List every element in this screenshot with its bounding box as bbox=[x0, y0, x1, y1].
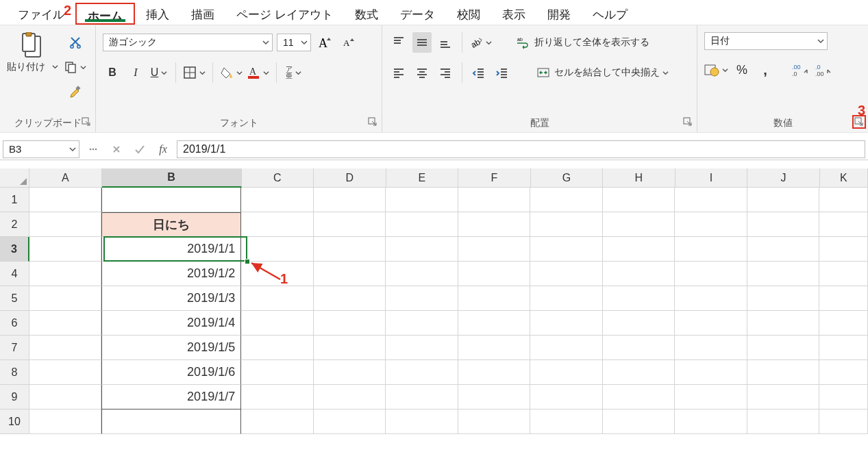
name-box[interactable]: B3 bbox=[3, 140, 79, 158]
cell-D6[interactable] bbox=[314, 311, 386, 336]
cell-J6[interactable] bbox=[747, 311, 820, 336]
cell-I2[interactable] bbox=[675, 212, 747, 237]
cell-C8[interactable] bbox=[241, 360, 314, 385]
cell-E4[interactable] bbox=[386, 262, 458, 286]
col-header-G[interactable]: G bbox=[531, 168, 604, 188]
formula-input[interactable]: 2019/1/1 bbox=[177, 140, 865, 158]
cell-B10[interactable] bbox=[101, 409, 241, 434]
cell-K3[interactable] bbox=[819, 237, 868, 262]
cell-J2[interactable] bbox=[747, 212, 820, 237]
cell-A6[interactable] bbox=[29, 311, 102, 336]
phonetic-button[interactable]: ア 亜 bbox=[284, 62, 303, 83]
cell-H5[interactable] bbox=[603, 286, 675, 311]
cell-I3[interactable] bbox=[675, 237, 747, 262]
cell-K8[interactable] bbox=[819, 360, 868, 385]
menu-描画[interactable]: 描画 bbox=[180, 3, 225, 25]
cell-C6[interactable] bbox=[241, 311, 314, 336]
cell-A1[interactable] bbox=[29, 188, 102, 212]
cell-A7[interactable] bbox=[29, 336, 102, 360]
col-header-E[interactable]: E bbox=[386, 168, 459, 188]
enter-formula-button[interactable] bbox=[130, 140, 149, 158]
cell-D1[interactable] bbox=[314, 188, 386, 212]
cell-J10[interactable] bbox=[747, 409, 820, 434]
col-header-C[interactable]: C bbox=[242, 168, 314, 188]
accounting-format-button[interactable] bbox=[704, 60, 728, 80]
font-name-combo[interactable]: 游ゴシック bbox=[103, 34, 273, 51]
cell-H4[interactable] bbox=[603, 262, 675, 286]
cell-I4[interactable] bbox=[675, 262, 747, 286]
cell-J5[interactable] bbox=[747, 286, 820, 311]
col-header-H[interactable]: H bbox=[603, 168, 675, 188]
cell-C10[interactable] bbox=[241, 409, 314, 434]
cell-I9[interactable] bbox=[675, 385, 747, 409]
number-format-combo[interactable]: 日付 bbox=[704, 32, 828, 50]
cell-K4[interactable] bbox=[819, 262, 868, 286]
row-header-9[interactable]: 9 bbox=[0, 385, 29, 409]
cell-C7[interactable] bbox=[241, 336, 314, 360]
cell-G6[interactable] bbox=[530, 311, 603, 336]
cell-H10[interactable] bbox=[603, 409, 675, 434]
cell-I7[interactable] bbox=[675, 336, 747, 360]
cell-D8[interactable] bbox=[314, 360, 386, 385]
cell-I10[interactable] bbox=[675, 409, 747, 434]
align-top-button[interactable] bbox=[389, 32, 408, 53]
paste-button[interactable]: 貼り付け bbox=[7, 32, 58, 73]
merge-center-button[interactable]: セルを結合して中央揃え bbox=[532, 62, 673, 83]
cell-E10[interactable] bbox=[386, 409, 458, 434]
cell-E1[interactable] bbox=[386, 188, 458, 212]
cell-I5[interactable] bbox=[675, 286, 747, 311]
row-header-2[interactable]: 2 bbox=[0, 212, 29, 237]
cell-A3[interactable] bbox=[29, 237, 102, 262]
menu-ヘルプ[interactable]: ヘルプ bbox=[582, 3, 638, 25]
cell-G10[interactable] bbox=[530, 409, 603, 434]
menu-数式[interactable]: 数式 bbox=[344, 3, 389, 25]
cell-F10[interactable] bbox=[458, 409, 531, 434]
underline-button[interactable]: U bbox=[149, 62, 169, 83]
cell-J7[interactable] bbox=[747, 336, 820, 360]
cell-H8[interactable] bbox=[603, 360, 675, 385]
cell-A4[interactable] bbox=[29, 262, 102, 286]
font-size-combo[interactable]: 11 bbox=[277, 34, 311, 51]
cell-A10[interactable] bbox=[29, 409, 102, 434]
menu-表示[interactable]: 表示 bbox=[491, 3, 536, 25]
formula-more-button[interactable] bbox=[84, 140, 103, 158]
cell-B2[interactable]: 日にち bbox=[101, 212, 241, 237]
cell-C4[interactable] bbox=[241, 262, 314, 286]
cell-D4[interactable] bbox=[314, 262, 386, 286]
row-header-10[interactable]: 10 bbox=[0, 409, 29, 434]
cell-I8[interactable] bbox=[675, 360, 747, 385]
cell-K9[interactable] bbox=[819, 385, 868, 409]
cell-A9[interactable] bbox=[29, 385, 102, 409]
borders-button[interactable] bbox=[183, 62, 206, 83]
alignment-launcher[interactable] bbox=[682, 116, 694, 128]
increase-decimal-button[interactable]: .00.0 bbox=[791, 60, 810, 80]
cell-G2[interactable] bbox=[530, 212, 603, 237]
cell-B7[interactable]: 2019/1/5 bbox=[101, 336, 241, 360]
cell-E5[interactable] bbox=[386, 286, 458, 311]
cell-K10[interactable] bbox=[819, 409, 868, 434]
cell-F6[interactable] bbox=[458, 311, 531, 336]
row-header-4[interactable]: 4 bbox=[0, 262, 29, 286]
cell-K6[interactable] bbox=[819, 311, 868, 336]
decrease-decimal-button[interactable]: .0.00 bbox=[815, 60, 834, 80]
cell-C1[interactable] bbox=[241, 188, 314, 212]
menu-挿入[interactable]: 挿入 bbox=[135, 3, 180, 25]
cell-I1[interactable] bbox=[675, 188, 747, 212]
row-header-1[interactable]: 1 bbox=[0, 188, 29, 212]
cell-F1[interactable] bbox=[458, 188, 531, 212]
cell-D9[interactable] bbox=[314, 385, 386, 409]
cell-B6[interactable]: 2019/1/4 bbox=[101, 311, 241, 336]
increase-indent-button[interactable] bbox=[493, 62, 512, 83]
cell-B9[interactable]: 2019/1/7 bbox=[101, 385, 241, 409]
cell-H7[interactable] bbox=[603, 336, 675, 360]
cell-D5[interactable] bbox=[314, 286, 386, 311]
row-header-7[interactable]: 7 bbox=[0, 336, 29, 360]
cell-A2[interactable] bbox=[29, 212, 102, 237]
cell-D2[interactable] bbox=[314, 212, 386, 237]
cell-G5[interactable] bbox=[530, 286, 603, 311]
insert-function-button[interactable]: fx bbox=[153, 140, 173, 158]
cell-K2[interactable] bbox=[819, 212, 868, 237]
font-launcher[interactable] bbox=[367, 116, 379, 128]
select-all-corner[interactable] bbox=[0, 168, 29, 188]
cell-E7[interactable] bbox=[386, 336, 458, 360]
